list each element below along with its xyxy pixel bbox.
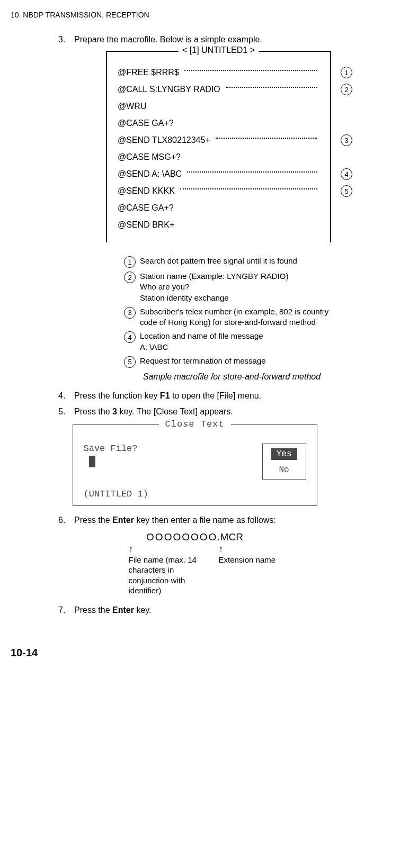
text: Press the function key — [74, 391, 160, 400]
dots — [216, 138, 317, 139]
macro-label: @FREE $RRR$ — [118, 68, 182, 77]
legend-circle: 5 — [124, 356, 136, 368]
macro-label: @CASE GA+? — [118, 203, 177, 213]
legend-text: Location and name of file message A: \AB… — [140, 331, 263, 352]
text: Press the — [74, 605, 112, 614]
step-number: 3. — [58, 35, 74, 44]
filename-note-left: ↑ File name (max. 14 characters in conju… — [129, 544, 216, 596]
macro-label: @CASE MSG+? — [118, 152, 184, 162]
macro-row: @CASE MSG+? — [118, 152, 319, 162]
macro-label: @SEND KKKK — [118, 186, 178, 196]
save-prompt-block: Save File? — [84, 444, 138, 470]
note-circle: 4 — [341, 168, 352, 180]
note-circle: 5 — [341, 185, 352, 197]
step-number: 6. — [58, 516, 74, 525]
step-number: 4. — [58, 391, 74, 401]
figure-caption: Sample macrofile for store-and-forward m… — [106, 372, 358, 382]
filename-note-right: ↑ Extension name — [219, 544, 290, 596]
legend-item: 4 Location and name of file message A: \… — [122, 331, 347, 352]
macro-row: @CASE GA+? — [118, 119, 319, 128]
macro-row: @SEND A: \ABC 4 — [118, 169, 319, 179]
legend-item: 1 Search dot pattern free signal until i… — [122, 256, 347, 268]
macro-row: @CASE GA+? — [118, 203, 319, 213]
legend-text: Request for termination of message — [140, 356, 266, 368]
page-header: 10. NBDP TRANSMISSION, RECEPTION — [11, 11, 379, 19]
dots — [180, 188, 317, 189]
dialog-footer: (UNTITLED 1) — [84, 489, 306, 499]
step-text: Prepare the macrofile. Below is a simple… — [74, 35, 379, 44]
macro-label: @WRU — [118, 102, 149, 111]
text-cursor — [89, 456, 95, 467]
text: Press the — [74, 407, 112, 416]
step-number: 7. — [58, 605, 74, 615]
text: Press the — [74, 516, 112, 525]
macrofile-box: < [1] UNTITLED1 > @FREE $RRR$ 1 @CALL S:… — [106, 51, 331, 242]
step-6: 6. Press the Enter key then enter a file… — [11, 516, 379, 525]
dots — [187, 171, 317, 173]
filename-placeholder: OOOOOOOO — [146, 531, 217, 543]
arrow-up-icon: ↑ — [219, 544, 224, 554]
legend-item: 2 Station name (Example: LYNGBY RADIO) W… — [122, 271, 347, 303]
text: key. The [Close Text] appears. — [117, 407, 233, 416]
text: to open the [File] menu. — [170, 391, 262, 400]
legend-circle: 1 — [124, 256, 136, 268]
macro-label: @CASE GA+? — [118, 119, 177, 128]
step-text: Press the function key F1 to open the [F… — [74, 391, 379, 401]
note-circle: 2 — [341, 84, 352, 95]
legend-item: 5 Request for termination of message — [122, 356, 347, 368]
legend-text: Subscriber's telex number (in example, 8… — [140, 306, 347, 328]
step-text: Press the Enter key. — [74, 605, 379, 615]
arrow-up-icon: ↑ — [129, 544, 134, 554]
macro-row: @SEND TLX80212345+ 3 — [118, 135, 319, 145]
legend-text: Station name (Example: LYNGBY RADIO) Who… — [140, 271, 288, 303]
step-text: Press the Enter key then enter a file na… — [74, 516, 379, 525]
step-text: Press the 3 key. The [Close Text] appear… — [74, 407, 379, 417]
macro-label: @CALL S:LYNGBY RADIO — [118, 85, 224, 94]
page-number: 10-14 — [11, 647, 379, 659]
note-text: File name (max. 14 characters in conjunc… — [129, 555, 216, 596]
close-text-dialog: Close Text Save File? Yes No (UNTITLED 1… — [73, 424, 317, 506]
box-legend: < [1] UNTITLED1 > — [178, 46, 259, 55]
legend-text: Search dot pattern free signal until it … — [140, 256, 297, 268]
filename-diagram: OOOOOOOO.MCR ↑ File name (max. 14 charac… — [100, 531, 290, 596]
yes-option: Yes — [271, 448, 297, 460]
macro-row: @WRU — [118, 102, 319, 111]
save-prompt: Save File? — [84, 444, 138, 454]
yes-no-box: Yes No — [262, 444, 306, 480]
legend-item: 3 Subscriber's telex number (in example,… — [122, 306, 347, 328]
macro-row: @CALL S:LYNGBY RADIO 2 — [118, 85, 319, 94]
note-circle: 3 — [341, 134, 352, 146]
step-3: 3. Prepare the macrofile. Below is a sim… — [11, 35, 379, 44]
dialog-title: Close Text — [158, 419, 230, 429]
key-name: F1 — [160, 391, 170, 400]
step-number: 5. — [58, 407, 74, 417]
note-circle: 1 — [341, 67, 352, 78]
extension-text: .MCR — [217, 531, 243, 543]
legend-circle: 4 — [124, 331, 136, 343]
key-name: 3 — [112, 407, 117, 416]
note-text: Extension name — [219, 555, 276, 565]
macro-row: @SEND KKKK 5 — [118, 186, 319, 196]
step-7: 7. Press the Enter key. — [11, 605, 379, 615]
macro-label: @SEND BRK+ — [118, 220, 177, 230]
legend-list: 1 Search dot pattern free signal until i… — [122, 256, 347, 368]
step-4: 4. Press the function key F1 to open the… — [11, 391, 379, 401]
step-5: 5. Press the 3 key. The [Close Text] app… — [11, 407, 379, 417]
text: key then enter a file name as follows: — [134, 516, 276, 525]
macro-label: @SEND TLX80212345+ — [118, 135, 214, 145]
macro-row: @SEND BRK+ — [118, 220, 319, 230]
no-option: No — [271, 465, 297, 475]
dots — [184, 70, 317, 71]
key-name: Enter — [112, 516, 134, 525]
macro-label: @SEND A: \ABC — [118, 169, 185, 179]
text: key. — [134, 605, 152, 614]
key-name: Enter — [112, 605, 134, 614]
dots — [226, 87, 317, 88]
macro-row: @FREE $RRR$ 1 — [118, 68, 319, 77]
legend-circle: 2 — [124, 272, 136, 283]
legend-circle: 3 — [124, 307, 136, 319]
